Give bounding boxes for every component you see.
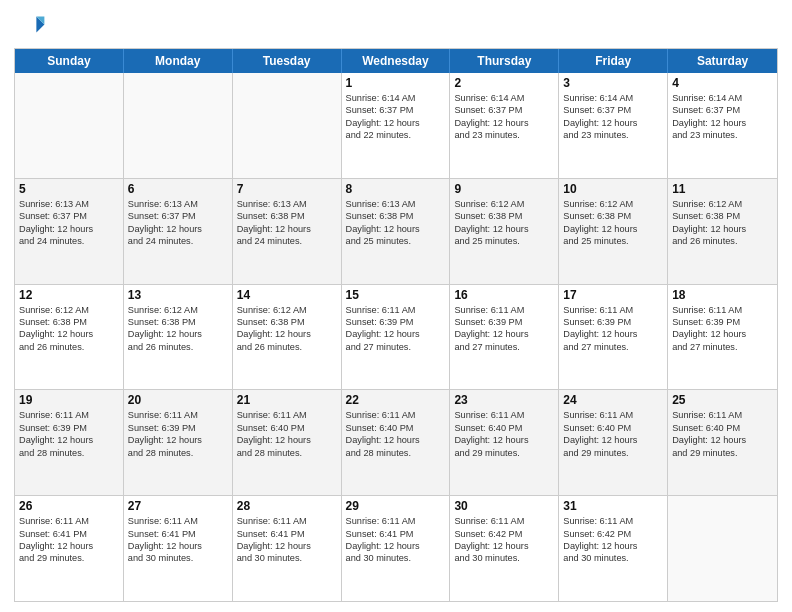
day-cell-1: 1Sunrise: 6:14 AMSunset: 6:37 PMDaylight… bbox=[342, 73, 451, 178]
day-info: Sunrise: 6:14 AM bbox=[346, 92, 446, 104]
day-info: Sunset: 6:38 PM bbox=[128, 316, 228, 328]
day-info: and 24 minutes. bbox=[128, 235, 228, 247]
day-info: Sunset: 6:38 PM bbox=[563, 210, 663, 222]
day-cell-14: 14Sunrise: 6:12 AMSunset: 6:38 PMDayligh… bbox=[233, 285, 342, 390]
day-number: 7 bbox=[237, 182, 337, 196]
page: SundayMondayTuesdayWednesdayThursdayFrid… bbox=[0, 0, 792, 612]
day-info: Sunset: 6:37 PM bbox=[672, 104, 773, 116]
day-info: Sunrise: 6:11 AM bbox=[672, 409, 773, 421]
day-number: 1 bbox=[346, 76, 446, 90]
day-info: Sunrise: 6:13 AM bbox=[128, 198, 228, 210]
day-cell-7: 7Sunrise: 6:13 AMSunset: 6:38 PMDaylight… bbox=[233, 179, 342, 284]
day-info: Daylight: 12 hours bbox=[672, 434, 773, 446]
day-info: Sunrise: 6:11 AM bbox=[128, 515, 228, 527]
day-cell-12: 12Sunrise: 6:12 AMSunset: 6:38 PMDayligh… bbox=[15, 285, 124, 390]
day-info: and 28 minutes. bbox=[346, 447, 446, 459]
calendar-row-3: 19Sunrise: 6:11 AMSunset: 6:39 PMDayligh… bbox=[15, 389, 777, 495]
day-info: Sunset: 6:39 PM bbox=[346, 316, 446, 328]
day-info: and 29 minutes. bbox=[672, 447, 773, 459]
day-info: Sunset: 6:39 PM bbox=[19, 422, 119, 434]
day-info: Daylight: 12 hours bbox=[672, 328, 773, 340]
day-cell-6: 6Sunrise: 6:13 AMSunset: 6:37 PMDaylight… bbox=[124, 179, 233, 284]
day-info: Daylight: 12 hours bbox=[19, 540, 119, 552]
day-info: and 27 minutes. bbox=[672, 341, 773, 353]
day-info: Sunrise: 6:12 AM bbox=[128, 304, 228, 316]
day-cell-10: 10Sunrise: 6:12 AMSunset: 6:38 PMDayligh… bbox=[559, 179, 668, 284]
day-number: 14 bbox=[237, 288, 337, 302]
day-info: and 25 minutes. bbox=[346, 235, 446, 247]
day-info: Daylight: 12 hours bbox=[454, 540, 554, 552]
day-cell-23: 23Sunrise: 6:11 AMSunset: 6:40 PMDayligh… bbox=[450, 390, 559, 495]
day-info: Daylight: 12 hours bbox=[454, 434, 554, 446]
day-info: Sunrise: 6:13 AM bbox=[19, 198, 119, 210]
day-info: Daylight: 12 hours bbox=[346, 540, 446, 552]
header-cell-wednesday: Wednesday bbox=[342, 49, 451, 73]
day-info: and 30 minutes. bbox=[346, 552, 446, 564]
day-info: Sunset: 6:41 PM bbox=[128, 528, 228, 540]
day-info: and 25 minutes. bbox=[454, 235, 554, 247]
day-cell-24: 24Sunrise: 6:11 AMSunset: 6:40 PMDayligh… bbox=[559, 390, 668, 495]
day-info: Sunrise: 6:11 AM bbox=[237, 515, 337, 527]
day-info: Sunrise: 6:12 AM bbox=[454, 198, 554, 210]
empty-cell bbox=[233, 73, 342, 178]
day-number: 10 bbox=[563, 182, 663, 196]
header-cell-saturday: Saturday bbox=[668, 49, 777, 73]
day-info: Sunrise: 6:11 AM bbox=[346, 304, 446, 316]
day-info: and 28 minutes. bbox=[19, 447, 119, 459]
day-info: Daylight: 12 hours bbox=[563, 223, 663, 235]
day-number: 27 bbox=[128, 499, 228, 513]
day-info: Sunrise: 6:11 AM bbox=[346, 515, 446, 527]
day-info: Sunset: 6:42 PM bbox=[454, 528, 554, 540]
day-info: Sunset: 6:40 PM bbox=[346, 422, 446, 434]
day-number: 8 bbox=[346, 182, 446, 196]
day-info: and 30 minutes. bbox=[563, 552, 663, 564]
day-info: Daylight: 12 hours bbox=[346, 434, 446, 446]
day-cell-4: 4Sunrise: 6:14 AMSunset: 6:37 PMDaylight… bbox=[668, 73, 777, 178]
day-info: Sunset: 6:40 PM bbox=[563, 422, 663, 434]
day-cell-22: 22Sunrise: 6:11 AMSunset: 6:40 PMDayligh… bbox=[342, 390, 451, 495]
day-number: 20 bbox=[128, 393, 228, 407]
empty-cell bbox=[124, 73, 233, 178]
day-info: Sunset: 6:39 PM bbox=[454, 316, 554, 328]
day-info: Sunset: 6:38 PM bbox=[346, 210, 446, 222]
day-info: Daylight: 12 hours bbox=[128, 328, 228, 340]
day-number: 9 bbox=[454, 182, 554, 196]
day-info: Sunset: 6:37 PM bbox=[454, 104, 554, 116]
day-number: 26 bbox=[19, 499, 119, 513]
day-cell-20: 20Sunrise: 6:11 AMSunset: 6:39 PMDayligh… bbox=[124, 390, 233, 495]
day-info: Daylight: 12 hours bbox=[237, 434, 337, 446]
day-number: 29 bbox=[346, 499, 446, 513]
day-info: Sunset: 6:37 PM bbox=[346, 104, 446, 116]
day-info: Sunrise: 6:14 AM bbox=[454, 92, 554, 104]
day-number: 21 bbox=[237, 393, 337, 407]
day-cell-28: 28Sunrise: 6:11 AMSunset: 6:41 PMDayligh… bbox=[233, 496, 342, 601]
day-cell-25: 25Sunrise: 6:11 AMSunset: 6:40 PMDayligh… bbox=[668, 390, 777, 495]
day-info: Sunrise: 6:11 AM bbox=[346, 409, 446, 421]
logo-icon bbox=[14, 10, 46, 42]
day-number: 4 bbox=[672, 76, 773, 90]
day-info: Sunset: 6:40 PM bbox=[237, 422, 337, 434]
day-info: Sunset: 6:38 PM bbox=[454, 210, 554, 222]
day-number: 13 bbox=[128, 288, 228, 302]
day-info: Sunrise: 6:11 AM bbox=[454, 409, 554, 421]
day-info: Daylight: 12 hours bbox=[454, 223, 554, 235]
day-info: Daylight: 12 hours bbox=[19, 328, 119, 340]
day-number: 11 bbox=[672, 182, 773, 196]
day-info: Sunset: 6:41 PM bbox=[237, 528, 337, 540]
day-info: and 30 minutes. bbox=[454, 552, 554, 564]
day-info: Sunset: 6:37 PM bbox=[128, 210, 228, 222]
day-number: 6 bbox=[128, 182, 228, 196]
day-info: and 26 minutes. bbox=[19, 341, 119, 353]
day-info: Sunset: 6:40 PM bbox=[672, 422, 773, 434]
day-info: Sunrise: 6:11 AM bbox=[563, 304, 663, 316]
day-info: Daylight: 12 hours bbox=[346, 223, 446, 235]
header-cell-friday: Friday bbox=[559, 49, 668, 73]
day-info: and 26 minutes. bbox=[128, 341, 228, 353]
day-info: Sunrise: 6:13 AM bbox=[237, 198, 337, 210]
day-number: 19 bbox=[19, 393, 119, 407]
day-info: Sunrise: 6:12 AM bbox=[237, 304, 337, 316]
day-info: Daylight: 12 hours bbox=[563, 328, 663, 340]
day-info: and 26 minutes. bbox=[237, 341, 337, 353]
day-number: 16 bbox=[454, 288, 554, 302]
header bbox=[14, 10, 778, 42]
